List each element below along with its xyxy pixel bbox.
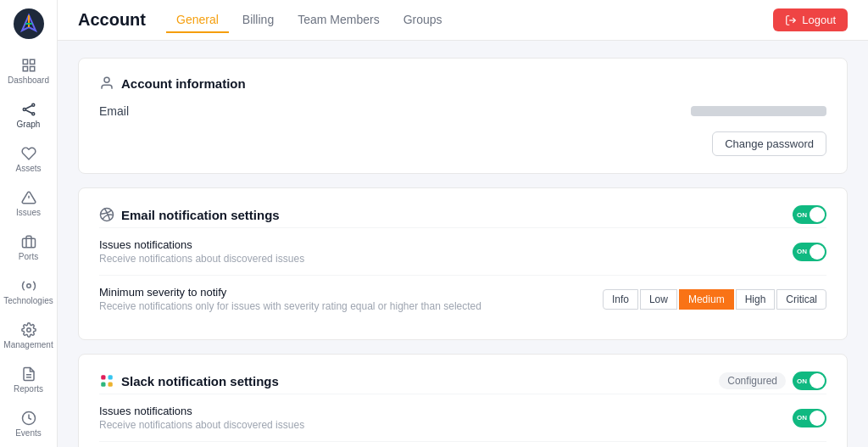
configured-badge: Configured [719, 372, 786, 389]
logout-icon [785, 14, 797, 26]
user-icon [99, 75, 114, 91]
page-title: Account [78, 10, 146, 30]
email-sev-medium[interactable]: Medium [679, 289, 734, 310]
svg-rect-12 [22, 238, 35, 248]
email-severity-group: Info Low Medium High Critical [603, 289, 826, 310]
email-notif-master-toggle[interactable] [793, 205, 826, 224]
sidebar-item-label-ports: Ports [19, 252, 38, 261]
sidebar-item-management[interactable]: Management [0, 316, 57, 356]
logout-button[interactable]: Logout [773, 8, 848, 31]
svg-rect-1 [23, 59, 27, 64]
sidebar-item-dashboard[interactable]: Dashboard [0, 51, 57, 92]
svg-point-5 [23, 109, 25, 111]
sidebar: Dashboard Graph Assets Issues Ports Tech… [0, 0, 58, 447]
email-sev-info[interactable]: Info [603, 289, 638, 310]
email-icon [99, 207, 114, 222]
sidebar-item-issues[interactable]: Issues [0, 183, 57, 224]
slack-notification-card: Slack notification settings Configured I… [78, 354, 848, 447]
toggle-knob-3 [810, 373, 825, 388]
email-issues-notif-row: Issues notifications Receive notificatio… [99, 227, 826, 275]
sidebar-item-label-assets: Assets [15, 164, 41, 173]
email-severity-row: Minimum severity to notify Receive notif… [99, 275, 826, 322]
account-info-title: Account information [99, 75, 826, 91]
email-issues-title: Issues notifications [99, 238, 304, 251]
slack-issues-notif-row: Issues notifications Receive notificatio… [99, 394, 826, 441]
email-sev-high[interactable]: High [736, 289, 776, 310]
sidebar-item-label-technologies: Technologies [3, 296, 53, 305]
sidebar-item-label-graph: Graph [17, 120, 41, 129]
slack-notif-master-toggle[interactable] [793, 372, 826, 390]
svg-rect-3 [23, 67, 27, 71]
email-severity-desc: Receive notifications only for issues wi… [99, 300, 481, 312]
tab-general[interactable]: General [166, 8, 229, 33]
sidebar-item-label-management: Management [3, 340, 53, 349]
email-sev-low[interactable]: Low [640, 289, 677, 310]
email-notif-title: Email notification settings [99, 207, 280, 222]
header-left: Account General Billing Team Members Gro… [78, 8, 453, 33]
change-password-row: Change password [99, 128, 826, 156]
svg-rect-21 [101, 375, 105, 379]
email-severity-text: Minimum severity to notify Receive notif… [99, 286, 481, 312]
page-header: Account General Billing Team Members Gro… [58, 0, 868, 41]
email-value-blur [691, 106, 826, 116]
sidebar-item-label-reports: Reports [14, 384, 43, 394]
svg-rect-22 [108, 375, 113, 379]
email-notif-header: Email notification settings [99, 205, 826, 224]
tab-team-members[interactable]: Team Members [287, 8, 389, 33]
sidebar-item-label-issues: Issues [16, 208, 41, 217]
slack-issues-toggle[interactable] [793, 409, 826, 427]
svg-point-13 [26, 284, 31, 288]
change-password-button[interactable]: Change password [712, 131, 826, 156]
svg-point-6 [31, 103, 34, 106]
tab-groups[interactable]: Groups [393, 8, 453, 33]
sidebar-item-assets[interactable]: Assets [0, 139, 57, 180]
email-severity-title: Minimum severity to notify [99, 286, 481, 299]
svg-line-8 [25, 106, 32, 109]
sidebar-item-label-events: Events [15, 428, 42, 438]
email-field-row: Email [99, 104, 826, 118]
nav-tabs: General Billing Team Members Groups [166, 8, 453, 33]
toggle-knob [810, 207, 825, 222]
slack-issues-desc: Receive notifications about discovered i… [99, 419, 304, 431]
email-issues-toggle[interactable] [793, 243, 826, 261]
email-issues-text: Issues notifications Receive notificatio… [99, 238, 304, 265]
slack-notif-title: Slack notification settings [99, 373, 279, 388]
slack-issues-text: Issues notifications Receive notificatio… [99, 405, 304, 431]
svg-point-19 [104, 77, 109, 82]
sidebar-logo[interactable] [14, 8, 44, 39]
toggle-knob-2 [810, 244, 825, 260]
main-content: Account General Billing Team Members Gro… [58, 0, 868, 447]
sidebar-item-ports[interactable]: Ports [0, 227, 57, 268]
svg-line-9 [25, 110, 32, 114]
email-sev-critical[interactable]: Critical [776, 289, 826, 310]
content-area: Account information Email Change passwor… [58, 41, 868, 447]
account-info-card: Account information Email Change passwor… [78, 58, 848, 174]
sidebar-item-technologies[interactable]: Technologies [0, 271, 57, 312]
email-label: Email [99, 104, 129, 118]
svg-rect-2 [30, 59, 34, 64]
svg-rect-4 [30, 67, 34, 71]
slack-header-controls: Configured [719, 372, 826, 390]
slack-severity-row: Minimum severity to notify Receive notif… [99, 441, 826, 447]
slack-icon [99, 373, 114, 388]
sidebar-item-events[interactable]: Events [0, 404, 57, 444]
email-issues-desc: Receive notifications about discovered i… [99, 253, 304, 265]
email-notification-card: Email notification settings Issues notif… [78, 187, 848, 340]
slack-issues-title: Issues notifications [99, 405, 304, 417]
sidebar-item-graph[interactable]: Graph [0, 95, 57, 136]
svg-point-14 [26, 328, 31, 332]
toggle-knob-4 [810, 411, 825, 426]
svg-rect-24 [108, 383, 113, 387]
sidebar-item-reports[interactable]: Reports [0, 360, 57, 400]
sidebar-item-label-dashboard: Dashboard [8, 75, 49, 85]
svg-point-7 [31, 113, 34, 115]
tab-billing[interactable]: Billing [232, 8, 284, 33]
slack-notif-header: Slack notification settings Configured [99, 372, 826, 390]
svg-rect-23 [101, 383, 105, 387]
